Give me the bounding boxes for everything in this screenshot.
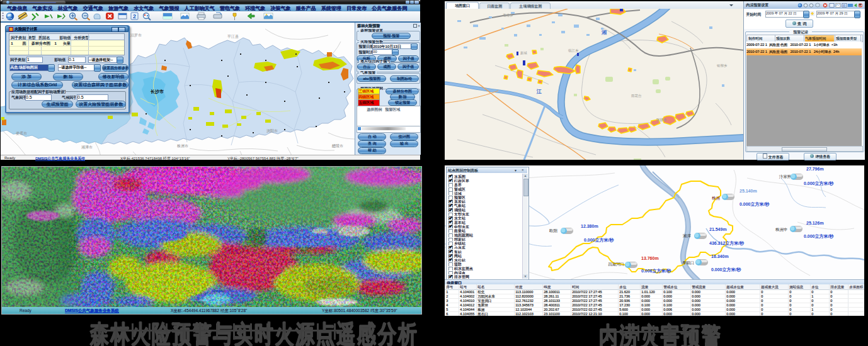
- svg-text:0.000立方米/秒: 0.000立方米/秒: [584, 237, 614, 243]
- svg-text:新城: 新城: [520, 51, 528, 55]
- svg-text:浏阳市: 浏阳市: [266, 128, 278, 133]
- svg-text:436.312立方米/秒: 436.312立方米/秒: [709, 240, 745, 246]
- svg-text:临江乡: 临江乡: [568, 48, 579, 53]
- svg-text:雨花台: 雨花台: [631, 94, 642, 98]
- svg-text:13.760m: 13.760m: [641, 256, 659, 260]
- svg-text:湘潭市: 湘潭市: [81, 145, 93, 150]
- svg-text:0.000立方米/秒: 0.000立方米/秒: [711, 267, 741, 272]
- svg-text:0.006立方米/秒: 0.006立方米/秒: [641, 268, 671, 274]
- svg-text:江: 江: [536, 89, 542, 94]
- svg-text:0.000立方米/秒: 0.000立方米/秒: [804, 233, 834, 239]
- svg-text:老道乡: 老道乡: [503, 13, 513, 17]
- svg-text:娄底市: 娄底市: [16, 131, 27, 135]
- svg-text:株洲中: 株洲中: [775, 227, 788, 232]
- svg-text:院林乡: 院林乡: [656, 118, 667, 122]
- svg-text:16.340m: 16.340m: [711, 254, 729, 259]
- svg-text:湘潬: 湘潬: [683, 233, 692, 238]
- svg-text:汨罗市: 汨罗市: [130, 33, 142, 38]
- svg-text:25.126m: 25.126m: [806, 221, 824, 225]
- svg-text:R: R: [843, 4, 846, 8]
- svg-text:汴家荞: 汴家荞: [779, 174, 792, 179]
- svg-text:株洲市: 株洲市: [176, 143, 188, 148]
- svg-text:湘: 湘: [601, 30, 607, 35]
- svg-text:2: 2: [133, 13, 136, 20]
- svg-text:平江县: 平江县: [227, 34, 239, 38]
- svg-text:27.796m: 27.796m: [806, 167, 824, 171]
- svg-text:昌淑河口: 昌淑河口: [608, 262, 624, 267]
- svg-text:欧阳: 欧阳: [549, 228, 557, 233]
- svg-text:阜箱口: 阜箱口: [682, 260, 695, 265]
- svg-text:0.000立方米/秒: 0.000立方米/秒: [804, 181, 834, 186]
- svg-text:株洲: 株洲: [711, 196, 720, 201]
- svg-text:醴陵市: 醴陵市: [332, 143, 343, 148]
- svg-text:21.549m: 21.549m: [709, 227, 727, 232]
- svg-text:25.140m: 25.140m: [740, 189, 757, 193]
- svg-text:长沙市: 长沙市: [150, 89, 164, 94]
- svg-text:12.380m: 12.380m: [581, 224, 598, 228]
- svg-text:银柳乡: 银柳乡: [716, 64, 728, 67]
- svg-text:0.000立方米/秒: 0.000立方米/秒: [740, 201, 770, 207]
